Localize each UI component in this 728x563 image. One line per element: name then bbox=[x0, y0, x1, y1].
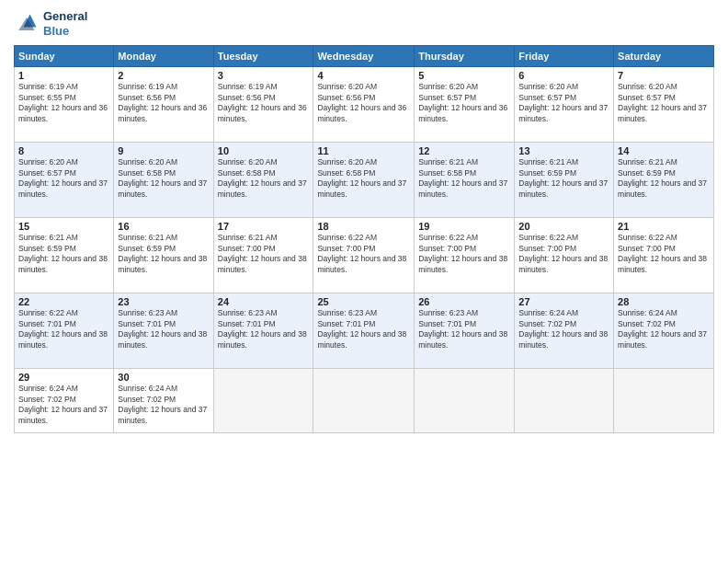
calendar: SundayMondayTuesdayWednesdayThursdayFrid… bbox=[14, 45, 714, 433]
logo-text: General Blue bbox=[43, 9, 87, 38]
day-info: Sunrise: 6:20 AMSunset: 6:57 PMDaylight:… bbox=[618, 82, 710, 124]
calendar-cell: 1 Sunrise: 6:19 AMSunset: 6:55 PMDayligh… bbox=[15, 67, 114, 143]
day-info: Sunrise: 6:24 AMSunset: 7:02 PMDaylight:… bbox=[518, 308, 609, 350]
calendar-cell bbox=[614, 369, 714, 433]
calendar-cell: 20 Sunrise: 6:22 AMSunset: 7:00 PMDaylig… bbox=[515, 218, 614, 293]
day-info: Sunrise: 6:21 AMSunset: 6:59 PMDaylight:… bbox=[18, 233, 109, 275]
day-number: 15 bbox=[18, 221, 109, 232]
day-info: Sunrise: 6:20 AMSunset: 6:58 PMDaylight:… bbox=[118, 157, 209, 200]
calendar-cell: 9 Sunrise: 6:20 AMSunset: 6:58 PMDayligh… bbox=[114, 143, 213, 218]
day-number: 9 bbox=[118, 145, 209, 156]
calendar-cell: 15 Sunrise: 6:21 AMSunset: 6:59 PMDaylig… bbox=[15, 218, 114, 293]
calendar-cell: 29 Sunrise: 6:24 AMSunset: 7:02 PMDaylig… bbox=[15, 369, 114, 433]
day-info: Sunrise: 6:20 AMSunset: 6:56 PMDaylight:… bbox=[317, 82, 410, 124]
day-info: Sunrise: 6:20 AMSunset: 6:58 PMDaylight:… bbox=[317, 157, 410, 200]
day-header: Saturday bbox=[614, 46, 714, 67]
day-header: Friday bbox=[515, 46, 614, 67]
day-info: Sunrise: 6:19 AMSunset: 6:56 PMDaylight:… bbox=[218, 82, 310, 124]
day-header: Monday bbox=[114, 46, 213, 67]
calendar-week-row: 15 Sunrise: 6:21 AMSunset: 6:59 PMDaylig… bbox=[15, 218, 714, 293]
day-info: Sunrise: 6:24 AMSunset: 7:02 PMDaylight:… bbox=[18, 384, 109, 426]
day-info: Sunrise: 6:21 AMSunset: 6:59 PMDaylight:… bbox=[518, 157, 609, 200]
day-info: Sunrise: 6:24 AMSunset: 7:02 PMDaylight:… bbox=[618, 308, 710, 350]
day-info: Sunrise: 6:22 AMSunset: 7:00 PMDaylight:… bbox=[518, 233, 609, 275]
day-number: 5 bbox=[418, 70, 510, 81]
day-number: 21 bbox=[618, 221, 710, 232]
day-number: 4 bbox=[317, 70, 410, 81]
day-info: Sunrise: 6:20 AMSunset: 6:57 PMDaylight:… bbox=[18, 157, 109, 200]
day-number: 20 bbox=[518, 221, 609, 232]
calendar-cell: 26 Sunrise: 6:23 AMSunset: 7:01 PMDaylig… bbox=[415, 293, 515, 369]
day-info: Sunrise: 6:22 AMSunset: 7:00 PMDaylight:… bbox=[317, 233, 410, 275]
day-info: Sunrise: 6:22 AMSunset: 7:00 PMDaylight:… bbox=[618, 233, 710, 275]
day-number: 29 bbox=[18, 372, 109, 383]
day-info: Sunrise: 6:21 AMSunset: 6:59 PMDaylight:… bbox=[618, 157, 710, 200]
day-info: Sunrise: 6:22 AMSunset: 7:01 PMDaylight:… bbox=[18, 308, 109, 350]
day-number: 17 bbox=[218, 221, 310, 232]
day-number: 8 bbox=[18, 145, 109, 156]
day-header: Wednesday bbox=[313, 46, 415, 67]
day-number: 19 bbox=[418, 221, 510, 232]
calendar-cell: 21 Sunrise: 6:22 AMSunset: 7:00 PMDaylig… bbox=[614, 218, 714, 293]
calendar-cell: 11 Sunrise: 6:20 AMSunset: 6:58 PMDaylig… bbox=[313, 143, 415, 218]
day-number: 14 bbox=[618, 145, 710, 156]
calendar-cell: 6 Sunrise: 6:20 AMSunset: 6:57 PMDayligh… bbox=[515, 67, 614, 143]
day-number: 26 bbox=[418, 296, 510, 307]
day-number: 3 bbox=[218, 70, 310, 81]
calendar-cell: 14 Sunrise: 6:21 AMSunset: 6:59 PMDaylig… bbox=[614, 143, 714, 218]
calendar-cell: 19 Sunrise: 6:22 AMSunset: 7:00 PMDaylig… bbox=[415, 218, 515, 293]
calendar-cell: 23 Sunrise: 6:23 AMSunset: 7:01 PMDaylig… bbox=[114, 293, 213, 369]
day-number: 11 bbox=[317, 145, 410, 156]
calendar-week-row: 1 Sunrise: 6:19 AMSunset: 6:55 PMDayligh… bbox=[15, 67, 714, 143]
calendar-cell: 27 Sunrise: 6:24 AMSunset: 7:02 PMDaylig… bbox=[515, 293, 614, 369]
logo-icon bbox=[14, 11, 40, 37]
day-number: 18 bbox=[317, 221, 410, 232]
calendar-cell: 25 Sunrise: 6:23 AMSunset: 7:01 PMDaylig… bbox=[313, 293, 415, 369]
calendar-cell: 7 Sunrise: 6:20 AMSunset: 6:57 PMDayligh… bbox=[614, 67, 714, 143]
calendar-cell bbox=[213, 369, 313, 433]
calendar-week-row: 8 Sunrise: 6:20 AMSunset: 6:57 PMDayligh… bbox=[15, 143, 714, 218]
day-number: 23 bbox=[118, 296, 209, 307]
day-number: 10 bbox=[218, 145, 310, 156]
calendar-cell: 18 Sunrise: 6:22 AMSunset: 7:00 PMDaylig… bbox=[313, 218, 415, 293]
day-info: Sunrise: 6:23 AMSunset: 7:01 PMDaylight:… bbox=[317, 308, 410, 350]
calendar-cell: 22 Sunrise: 6:22 AMSunset: 7:01 PMDaylig… bbox=[15, 293, 114, 369]
calendar-cell: 28 Sunrise: 6:24 AMSunset: 7:02 PMDaylig… bbox=[614, 293, 714, 369]
day-info: Sunrise: 6:24 AMSunset: 7:02 PMDaylight:… bbox=[118, 384, 209, 426]
day-info: Sunrise: 6:19 AMSunset: 6:56 PMDaylight:… bbox=[118, 82, 209, 124]
day-header: Sunday bbox=[15, 46, 114, 67]
calendar-cell: 12 Sunrise: 6:21 AMSunset: 6:58 PMDaylig… bbox=[415, 143, 515, 218]
day-number: 1 bbox=[18, 70, 109, 81]
calendar-week-row: 22 Sunrise: 6:22 AMSunset: 7:01 PMDaylig… bbox=[15, 293, 714, 369]
calendar-cell: 17 Sunrise: 6:21 AMSunset: 7:00 PMDaylig… bbox=[213, 218, 313, 293]
day-info: Sunrise: 6:23 AMSunset: 7:01 PMDaylight:… bbox=[418, 308, 510, 350]
calendar-cell: 8 Sunrise: 6:20 AMSunset: 6:57 PMDayligh… bbox=[15, 143, 114, 218]
day-number: 24 bbox=[218, 296, 310, 307]
day-header: Thursday bbox=[415, 46, 515, 67]
day-info: Sunrise: 6:21 AMSunset: 6:59 PMDaylight:… bbox=[118, 233, 209, 275]
calendar-week-row: 29 Sunrise: 6:24 AMSunset: 7:02 PMDaylig… bbox=[15, 369, 714, 433]
day-number: 12 bbox=[418, 145, 510, 156]
calendar-cell: 16 Sunrise: 6:21 AMSunset: 6:59 PMDaylig… bbox=[114, 218, 213, 293]
day-number: 28 bbox=[618, 296, 710, 307]
calendar-cell: 2 Sunrise: 6:19 AMSunset: 6:56 PMDayligh… bbox=[114, 67, 213, 143]
day-number: 16 bbox=[118, 221, 209, 232]
day-number: 13 bbox=[518, 145, 609, 156]
calendar-cell bbox=[415, 369, 515, 433]
day-info: Sunrise: 6:21 AMSunset: 7:00 PMDaylight:… bbox=[218, 233, 310, 275]
calendar-cell bbox=[313, 369, 415, 433]
calendar-cell: 10 Sunrise: 6:20 AMSunset: 6:58 PMDaylig… bbox=[213, 143, 313, 218]
day-number: 2 bbox=[118, 70, 209, 81]
day-info: Sunrise: 6:20 AMSunset: 6:57 PMDaylight:… bbox=[518, 82, 609, 124]
calendar-cell: 3 Sunrise: 6:19 AMSunset: 6:56 PMDayligh… bbox=[213, 67, 313, 143]
header: General Blue bbox=[14, 9, 714, 38]
calendar-header-row: SundayMondayTuesdayWednesdayThursdayFrid… bbox=[15, 46, 714, 67]
day-number: 27 bbox=[518, 296, 609, 307]
day-info: Sunrise: 6:22 AMSunset: 7:00 PMDaylight:… bbox=[418, 233, 510, 275]
calendar-cell bbox=[515, 369, 614, 433]
page: General Blue SundayMondayTuesdayWednesda… bbox=[0, 0, 728, 563]
day-info: Sunrise: 6:23 AMSunset: 7:01 PMDaylight:… bbox=[118, 308, 209, 350]
calendar-cell: 5 Sunrise: 6:20 AMSunset: 6:57 PMDayligh… bbox=[415, 67, 515, 143]
calendar-cell: 13 Sunrise: 6:21 AMSunset: 6:59 PMDaylig… bbox=[515, 143, 614, 218]
logo: General Blue bbox=[14, 9, 87, 38]
